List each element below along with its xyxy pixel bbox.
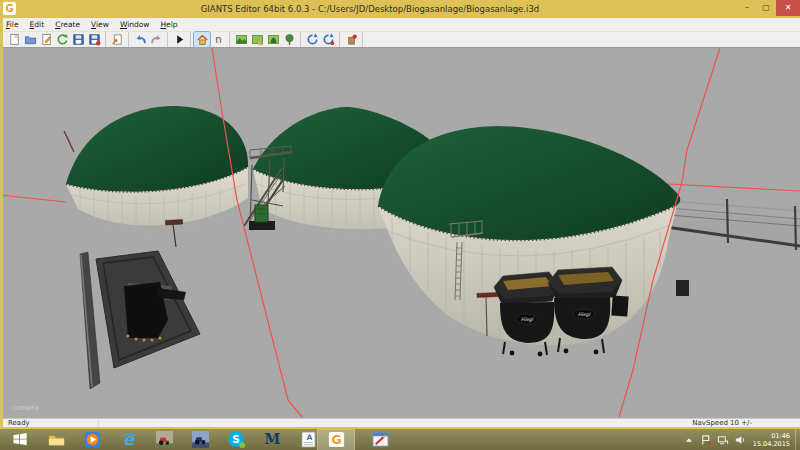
reload-shaders-icon[interactable] (320, 32, 336, 47)
svg-text:e: e (123, 430, 135, 449)
menu-edit[interactable]: Edit (30, 20, 45, 29)
toolbar-group (230, 32, 301, 47)
svg-text:S: S (232, 433, 240, 445)
import-icon[interactable] (109, 32, 125, 47)
toolbar-group (301, 32, 340, 47)
3d-viewport[interactable]: Fliegl Fliegl camera (0, 48, 800, 418)
save-as-icon[interactable] (86, 32, 102, 47)
status-bar: Ready NavSpeed 10 +/- (0, 418, 800, 427)
menu-window[interactable]: Window (120, 20, 150, 29)
taskbar-farming-sim-15[interactable] (190, 431, 210, 449)
hopper-side-box (611, 295, 628, 316)
menu-create[interactable]: Create (55, 20, 80, 29)
terrain-foliage-icon[interactable] (265, 32, 281, 47)
toolbar-group (3, 32, 106, 47)
open-file-icon[interactable] (22, 32, 38, 47)
undo-icon[interactable] (132, 32, 148, 47)
taskbar-clock[interactable]: 01:4615.04.2015 (753, 432, 790, 448)
toolbar-group (129, 32, 168, 47)
taskbar-m-app[interactable]: M (262, 431, 282, 449)
active-app-cell: G (318, 430, 354, 450)
hopper-brand-label: Fliegl (521, 317, 534, 322)
taskbar-image-editor[interactable] (370, 431, 390, 449)
edit-file-icon[interactable] (38, 32, 54, 47)
redo-icon[interactable] (148, 32, 164, 47)
tray-alert-flag-icon[interactable]: x (700, 433, 713, 446)
menu-file[interactable]: File (6, 20, 19, 29)
refresh-icon[interactable] (54, 32, 70, 47)
svg-text:n: n (215, 34, 221, 45)
menu-view[interactable]: View (91, 20, 109, 29)
home-icon[interactable] (194, 32, 210, 47)
maximize-button[interactable]: ▢ (757, 0, 775, 16)
close-button[interactable]: ✕ (776, 0, 800, 16)
tray-expand-caret-icon[interactable] (683, 433, 696, 446)
svg-text:x: x (708, 439, 712, 446)
wall-vent-box (676, 280, 689, 296)
svg-text:G: G (331, 433, 341, 447)
hopper-brand-label: Fliegl (578, 312, 591, 317)
taskbar-word-processor[interactable]: A (298, 431, 318, 449)
clock-time: 01:46 (753, 432, 790, 440)
tree-placer-icon[interactable] (281, 32, 297, 47)
taskbar: eSMAGx01:4615.04.2015 (0, 429, 800, 450)
screen: G GIANTS Editor 64bit 6.0.3 - C:/Users/J… (0, 0, 800, 450)
terrain-sculpt-icon[interactable] (233, 32, 249, 47)
show-desktop-button[interactable] (795, 429, 800, 450)
scene-canvas: Fliegl Fliegl (0, 48, 800, 418)
svg-text:M: M (264, 431, 280, 447)
menu-help[interactable]: Help (160, 20, 177, 29)
taskbar-media-player[interactable] (82, 431, 102, 449)
terrain-paint-icon[interactable] (249, 32, 265, 47)
toolbar-group (168, 32, 191, 47)
status-text: Ready (8, 419, 30, 427)
toolbar-group: n (191, 32, 230, 47)
window-title: GIANTS Editor 64bit 6.0.3 - C:/Users/JD/… (0, 0, 740, 18)
taskbar-file-explorer[interactable] (46, 431, 66, 449)
play-icon[interactable] (171, 32, 187, 47)
toolbar-group (106, 32, 129, 47)
reload-textures-icon[interactable] (304, 32, 320, 47)
save-icon[interactable] (70, 32, 86, 47)
system-tray: x01:4615.04.2015 (679, 429, 790, 450)
clock-date: 15.04.2015 (753, 440, 790, 448)
taskbar-skype[interactable]: S (226, 431, 246, 449)
toolbar-group (340, 32, 363, 47)
toolbar: n (0, 31, 800, 48)
camera-label: camera (12, 404, 38, 412)
svg-text:A: A (306, 433, 312, 442)
taskbar-giants-editor[interactable]: G (326, 431, 346, 449)
status-divider (98, 420, 99, 426)
tray-volume-icon[interactable] (734, 433, 747, 446)
new-file-icon[interactable] (6, 32, 22, 47)
nav-speed-indicator: NavSpeed 10 +/- (692, 419, 752, 427)
green-pump[interactable] (255, 205, 268, 222)
taskbar-farming-sim-13[interactable] (154, 431, 174, 449)
delete-icon[interactable] (343, 32, 359, 47)
title-bar: G GIANTS Editor 64bit 6.0.3 - C:/Users/J… (0, 0, 800, 18)
tray-network-icon[interactable] (717, 433, 730, 446)
window-left-border (0, 18, 3, 429)
menu-bar: FileEditCreateViewWindowHelp (0, 18, 800, 31)
minimize-button[interactable]: – (738, 0, 756, 16)
start-button[interactable] (10, 431, 30, 449)
node-icon[interactable]: n (210, 32, 226, 47)
taskbar-internet-explorer[interactable]: e (118, 431, 138, 449)
